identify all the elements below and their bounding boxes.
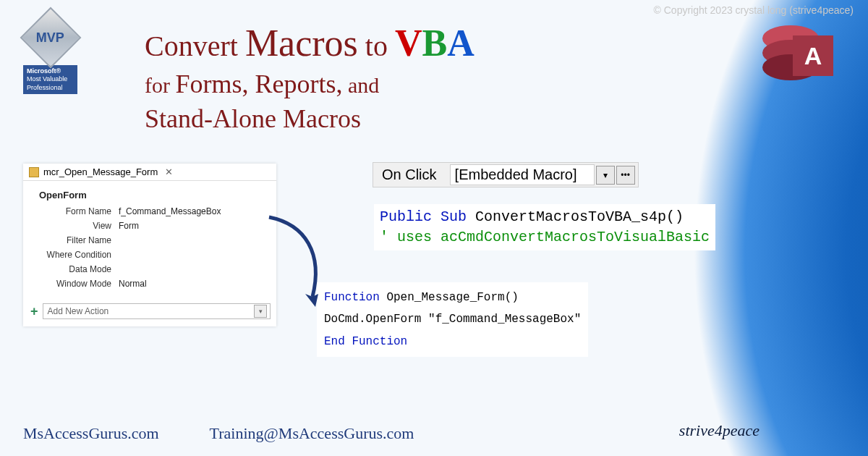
footer-site[interactable]: MsAccessGurus.com <box>23 424 159 443</box>
mvp-acronym: MVP <box>36 30 64 45</box>
macro-row: ViewForm <box>33 221 266 231</box>
vba-comment: ' uses acCmdConvertMacrosToVisualBasic <box>380 229 710 245</box>
mvp-line3: Professional <box>27 84 63 91</box>
title-and: and <box>343 73 380 97</box>
title-forms-reports: Forms, Reports, <box>175 69 342 98</box>
vba-funcname: Open_Message_Form() <box>380 291 519 304</box>
signature: strive4peace <box>679 421 760 440</box>
add-action-placeholder: Add New Action <box>48 306 109 316</box>
macro-row: Filter Name <box>33 235 266 245</box>
property-row-onclick: On Click [Embedded Macro] ▾ ••• <box>373 162 639 187</box>
title-to: to <box>358 30 395 62</box>
footer-links: MsAccessGurus.com Training@MsAccessGurus… <box>23 424 414 443</box>
footer-email[interactable]: Training@MsAccessGurus.com <box>210 424 414 443</box>
title-for: for <box>145 73 175 97</box>
vba-code-function: Function Open_Message_Form() DoCmd.OpenF… <box>317 282 588 357</box>
copyright-text: © Copyright 2023 crystal long (strive4pe… <box>654 4 854 16</box>
property-dropdown-button[interactable]: ▾ <box>596 166 615 185</box>
macro-row-label: Where Condition <box>33 250 119 260</box>
macro-row-value: f_Command_MessageBox <box>119 206 221 216</box>
vba-keyword: Function <box>324 291 380 304</box>
title-standalone: Stand-Alone Macros <box>145 104 361 133</box>
property-value[interactable]: [Embedded Macro] <box>450 164 595 185</box>
macro-row-label: Window Mode <box>33 279 119 289</box>
mvp-caption: Microsoft® Most Valuable Professional <box>23 65 77 94</box>
title-v: V <box>395 22 422 64</box>
macro-row: Data Mode <box>33 264 266 274</box>
title-a: A <box>447 22 475 64</box>
mvp-line1: Microsoft® <box>27 67 61 75</box>
vba-body-line: DoCmd.OpenForm "f_Command_MessageBox" <box>324 313 581 326</box>
macro-row-label: Form Name <box>33 206 119 216</box>
macro-tab-name: mcr_Open_Message_Form <box>43 166 158 177</box>
macro-row-label: Filter Name <box>33 235 119 245</box>
mvp-line2: Most Valuable <box>27 75 67 83</box>
macro-row-value: Normal <box>119 279 147 289</box>
macro-add-action[interactable]: + Add New Action ▾ <box>23 300 276 326</box>
tab-close-icon[interactable]: ✕ <box>165 166 173 177</box>
macro-designer-panel: mcr_Open_Message_Form ✕ OpenForm Form Na… <box>23 164 276 326</box>
macro-row: Window ModeNormal <box>33 279 266 289</box>
macro-row: Form Namef_Command_MessageBox <box>33 206 266 216</box>
macro-row: Where Condition <box>33 250 266 260</box>
property-builder-button[interactable]: ••• <box>616 166 635 185</box>
mvp-badge: MVP Microsoft® Most Valuable Professiona… <box>23 16 77 94</box>
macro-row-label: Data Mode <box>33 264 119 274</box>
macro-body: OpenForm Form Namef_Command_MessageBox V… <box>23 181 276 300</box>
title-pre: Convert <box>145 30 245 62</box>
chevron-down-icon[interactable]: ▾ <box>254 305 267 318</box>
macro-row-label: View <box>33 221 119 231</box>
access-letter: A <box>793 35 833 76</box>
macro-action-name: OpenForm <box>39 190 266 200</box>
macro-row-value: Form <box>119 221 139 231</box>
vba-keyword: End Function <box>324 335 407 348</box>
title-macros: Macros <box>245 22 358 64</box>
vba-keyword: Public Sub <box>380 208 467 225</box>
macro-tab[interactable]: mcr_Open_Message_Form ✕ <box>23 164 276 181</box>
page-title: Convert Macros to VBA for Forms, Reports… <box>145 22 694 137</box>
property-label: On Click <box>376 165 450 185</box>
title-b: B <box>422 22 448 64</box>
vba-procname: ConvertMacrosToVBA_s4p() <box>467 208 684 225</box>
mvp-diamond-icon: MVP <box>20 7 81 69</box>
plus-icon: + <box>30 304 38 319</box>
vba-code-declaration: Public Sub ConvertMacrosToVBA_s4p() ' us… <box>374 204 715 250</box>
macro-object-icon <box>29 167 39 177</box>
add-action-combo[interactable]: Add New Action ▾ <box>43 303 271 319</box>
